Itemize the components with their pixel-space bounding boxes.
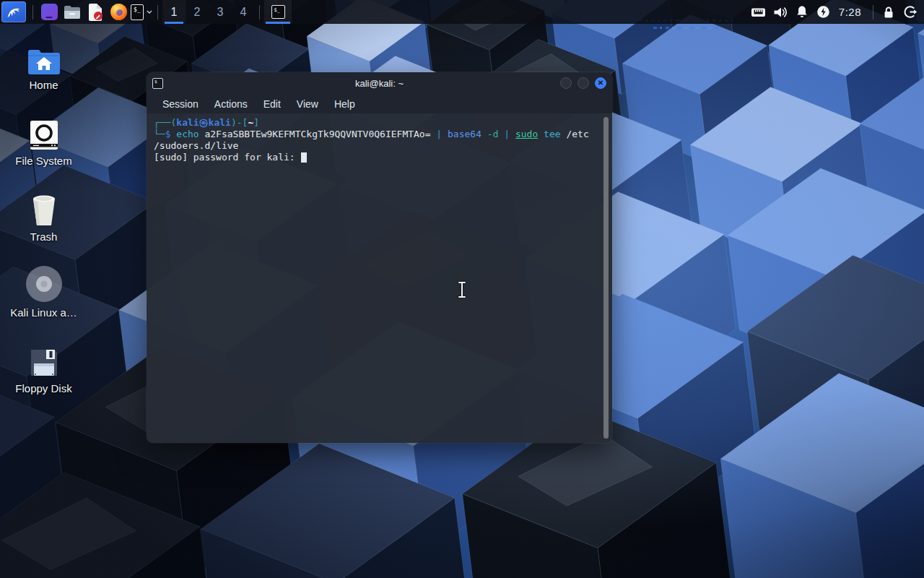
launcher-file-manager[interactable] xyxy=(61,1,83,22)
wallpaper-glitch-text xyxy=(653,27,718,29)
tray-power-manager[interactable] xyxy=(813,0,834,24)
tray-volume[interactable] xyxy=(770,0,791,24)
desktop-icon-label: File System xyxy=(15,155,71,167)
terminal-window: $ kali@kali: ~ ✕ Session Actions Edit Vi… xyxy=(147,72,612,443)
desktop-icon-kali-cd[interactable]: Kali Linux a… xyxy=(9,267,79,319)
volume-icon xyxy=(773,6,788,19)
text-editor-icon xyxy=(87,4,103,21)
menu-session[interactable]: Session xyxy=(155,96,206,112)
menu-actions[interactable]: Actions xyxy=(207,96,255,112)
desktop-icon-floppy[interactable]: Floppy Disk xyxy=(9,342,79,394)
logout-icon xyxy=(904,5,918,19)
lock-icon xyxy=(882,6,895,19)
desktop-icon-file-system[interactable]: File System xyxy=(9,115,79,167)
menu-edit[interactable]: Edit xyxy=(256,96,288,112)
desktop-icon-label: Floppy Disk xyxy=(15,382,71,394)
tray-network[interactable] xyxy=(748,0,770,24)
close-button[interactable]: ✕ xyxy=(595,77,606,89)
terminal-output[interactable]: ┌──(kali㉿kali)-[~]└─$ echo a2FsaSBBTEw9K… xyxy=(147,113,612,443)
tray-lock-screen[interactable] xyxy=(878,0,899,24)
workspace-switcher: 1 2 3 4 xyxy=(162,0,255,24)
workspace-2[interactable]: 2 xyxy=(186,0,209,24)
terminal-icon: $_ xyxy=(271,5,285,19)
desktop-icon-label: Home xyxy=(29,79,58,91)
firefox-icon xyxy=(110,4,127,20)
desktop-icon-list: Home File System Trash xyxy=(9,39,79,394)
power-manager-icon xyxy=(816,5,830,19)
tray-notifications[interactable] xyxy=(791,0,813,24)
terminal-titlebar[interactable]: $ kali@kali: ~ ✕ xyxy=(147,72,612,94)
desktop-icon-trash[interactable]: Trash xyxy=(9,191,79,243)
launcher-firefox[interactable] xyxy=(108,1,129,22)
terminal-scrollbar[interactable] xyxy=(603,117,609,439)
workspace-3[interactable]: 3 xyxy=(209,0,232,24)
network-icon xyxy=(751,6,766,19)
menu-help[interactable]: Help xyxy=(327,96,362,112)
chevron-down-icon xyxy=(147,9,152,14)
terminal-icon: $_ xyxy=(131,4,144,20)
terminal-menubar: Session Actions Edit View Help xyxy=(147,94,612,113)
app-grid-icon xyxy=(41,4,58,20)
filesystem-drive-icon xyxy=(28,119,60,151)
workspace-1[interactable]: 1 xyxy=(162,0,186,24)
panel-separator xyxy=(157,5,158,20)
tray-logout[interactable] xyxy=(899,0,921,24)
top-panel: $_ 1 2 3 4 $_ xyxy=(0,0,924,24)
kali-menu-button[interactable] xyxy=(1,1,26,22)
panel-separator xyxy=(873,5,873,20)
desktop-icon-home[interactable]: Home xyxy=(9,39,79,91)
maximize-button[interactable] xyxy=(578,77,589,89)
minimize-button[interactable] xyxy=(560,77,572,89)
terminal-icon: $ xyxy=(152,78,163,89)
home-folder-icon xyxy=(27,46,61,75)
clock[interactable]: 7:28 xyxy=(834,6,868,18)
kali-dragon-icon xyxy=(6,4,22,20)
menu-view[interactable]: View xyxy=(289,96,326,112)
desktop-icon-label: Trash xyxy=(30,230,58,243)
disc-icon xyxy=(25,265,63,303)
file-manager-icon xyxy=(64,5,81,20)
notifications-bell-icon xyxy=(796,5,808,19)
launcher-app-grid[interactable] xyxy=(38,1,60,22)
window-title: kali@kali: ~ xyxy=(147,78,612,89)
launcher-text-editor[interactable] xyxy=(84,1,106,22)
launcher-terminal[interactable]: $_ xyxy=(131,1,152,22)
floppy-disk-icon xyxy=(28,347,60,379)
panel-separator xyxy=(259,5,260,20)
taskbar-terminal-button[interactable]: $_ xyxy=(264,0,292,24)
trash-icon xyxy=(27,194,61,227)
panel-separator xyxy=(32,5,33,20)
desktop-icon-label: Kali Linux a… xyxy=(10,306,77,319)
workspace-4[interactable]: 4 xyxy=(232,0,255,24)
